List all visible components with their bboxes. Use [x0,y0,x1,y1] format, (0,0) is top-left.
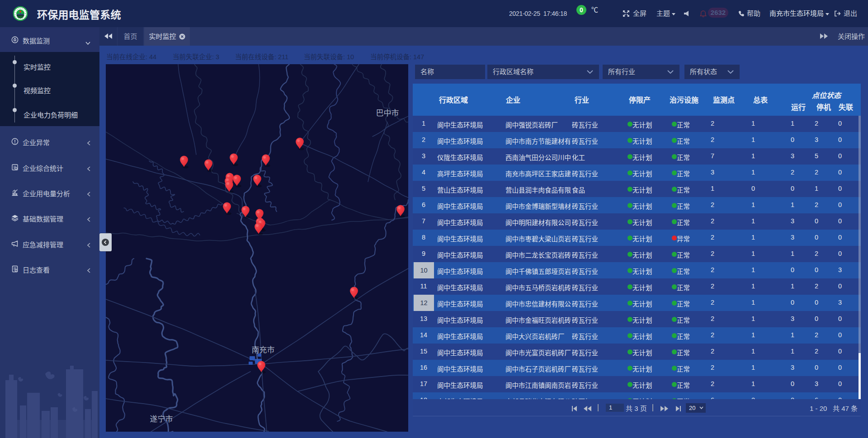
svg-text:遂宁市: 遂宁市 [150,415,173,424]
svg-text:巴中市: 巴中市 [376,109,399,118]
svg-text:南充市: 南充市 [252,346,275,354]
